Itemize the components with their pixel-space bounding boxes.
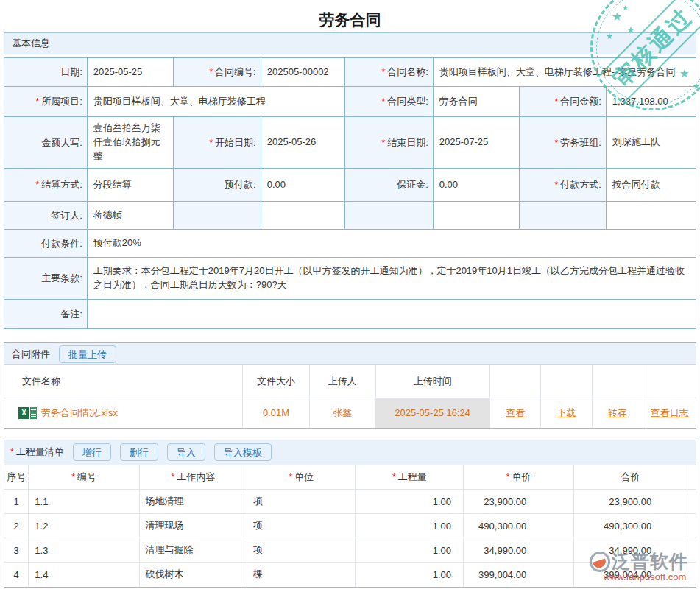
scrollbar-track[interactable] — [687, 538, 696, 563]
end-date-label: *结束日期: — [345, 117, 433, 169]
unit-cell: 棵 — [247, 563, 356, 587]
payment-method-value: 按合同付款 — [606, 169, 696, 202]
total-price-cell: 399,004.00 — [574, 563, 687, 587]
deposit-label: 保证金: — [345, 169, 433, 202]
main-clauses-label: 主要条款: — [4, 258, 88, 300]
required-star: * — [381, 96, 385, 107]
payment-method-label: *付款方式: — [520, 169, 607, 202]
contract-type-value: 劳务合同 — [433, 87, 520, 117]
import-button[interactable]: 导入 — [167, 443, 205, 461]
start-date-label: *开始日期: — [174, 117, 261, 169]
contract-amount-value: 1,337,198.00 — [606, 87, 696, 117]
code-cell: 1.1 — [29, 490, 139, 514]
boq-row: 3 1.3 清理与掘除 项 1.00 34,990.00 34,990.00 — [4, 538, 696, 563]
boq-table: 序号 *编号 *工作内容 *单位 *工程量 *单价 合价 1 1.1 场地清理 … — [4, 465, 696, 587]
signer-label: 签订人: — [4, 202, 88, 230]
batch-upload-button[interactable]: 批量上传 — [59, 345, 116, 363]
settlement-method-value: 分段结算 — [87, 169, 174, 202]
date-label: 日期: — [4, 58, 88, 87]
col-header-code: *编号 — [29, 465, 139, 490]
code-cell: 1.3 — [29, 538, 139, 563]
view-log-link[interactable]: 查看日志 — [644, 406, 695, 420]
attachment-row: X 劳务合同情况.xlsx 0.01M 张鑫 2025-05-25 16:24 … — [4, 398, 696, 428]
file-name-link[interactable]: 劳务合同情况.xlsx — [41, 406, 118, 420]
save-as-link[interactable]: 转存 — [593, 406, 642, 420]
scrollbar-track[interactable] — [687, 490, 696, 514]
add-row-button[interactable]: 增行 — [73, 443, 111, 461]
amount-words-label: 金额大写: — [4, 117, 88, 169]
remarks-value — [87, 300, 696, 329]
required-star: * — [554, 180, 558, 190]
delete-row-button[interactable]: 删行 — [120, 443, 158, 461]
work-content-cell: 清理与掘除 — [139, 538, 247, 563]
boq-row: 1 1.1 场地清理 项 1.00 23,900.00 23,900.00 — [4, 490, 696, 514]
col-header-uploader: 上传人 — [309, 365, 375, 398]
required-star: * — [209, 67, 213, 77]
contract-type-label: *合同类型: — [345, 87, 433, 117]
signer-value: 蒋德帧 — [87, 202, 174, 230]
attachments-section: 合同附件 批量上传 文件名称 文件大小 上传人 上传时间 X — [4, 342, 696, 429]
contract-amount-label: *合同金额: — [520, 87, 607, 117]
advance-payment-value: 0.00 — [261, 169, 345, 202]
work-content-cell: 清理现场 — [139, 514, 247, 538]
scrollbar-track[interactable] — [687, 514, 696, 538]
required-star: * — [36, 180, 40, 190]
amount-words-value: 壹佰叁拾叁万柒仟壹佰玖拾捌元整 — [87, 117, 174, 169]
file-uploader: 张鑫 — [309, 398, 375, 428]
view-link[interactable]: 查看 — [491, 406, 540, 420]
remarks-label: 备注: — [4, 300, 88, 329]
required-star: * — [10, 447, 14, 457]
boq-section-title: *工程量清单 — [10, 443, 64, 461]
col-header-work-content: *工作内容 — [139, 465, 247, 490]
col-header-upload-time: 上传时间 — [375, 365, 489, 398]
col-header-unit-price: *单价 — [463, 465, 573, 490]
attachments-section-header: 合同附件 批量上传 — [4, 343, 696, 365]
required-star: * — [554, 96, 558, 107]
file-upload-time: 2025-05-25 16:24 — [375, 398, 489, 428]
quantity-cell: 1.00 — [356, 490, 463, 514]
total-price-cell: 23,900.00 — [574, 490, 687, 514]
basic-info-section-title: 基本信息 — [12, 38, 50, 49]
unit-cell: 项 — [247, 490, 356, 514]
project-label: *所属项目: — [4, 87, 88, 117]
seq-cell: 1 — [4, 490, 29, 514]
advance-payment-label: 预付款: — [174, 169, 261, 202]
empty-label-cell — [174, 202, 261, 230]
boq-section: *工程量清单 增行 删行 导入 导入模板 序号 *编号 *工作内容 *单位 *工… — [4, 440, 696, 588]
contract-no-value: 202505-00002 — [261, 58, 345, 87]
attachments-table: 文件名称 文件大小 上传人 上传时间 X 劳务合同情况.xlsx 0.01M 张… — [4, 365, 696, 428]
unit-price-cell: 490,300.00 — [463, 514, 573, 538]
code-cell: 1.2 — [29, 514, 139, 538]
required-star: * — [381, 138, 385, 148]
col-header-scrollbar — [687, 465, 696, 490]
total-price-cell: 490,300.00 — [574, 514, 687, 538]
quantity-cell: 1.00 — [356, 563, 463, 587]
unit-price-cell: 399,004.00 — [463, 563, 573, 587]
excel-file-icon: X — [18, 407, 37, 419]
unit-cell: 项 — [247, 514, 356, 538]
basic-info-table: 日期: 2025-05-25 *合同编号: 202505-00002 *合同名称… — [4, 57, 696, 329]
empty-label-cell — [520, 202, 607, 230]
download-link[interactable]: 下载 — [542, 406, 590, 420]
main-clauses-value: 工期要求：本分包工程定于2019年7月20日开工（以甲方签发的开工通知为准），定… — [87, 258, 696, 300]
payment-terms-label: 付款条件: — [4, 230, 88, 258]
required-star: * — [381, 67, 385, 77]
basic-info-section-header: 基本信息 — [4, 32, 696, 54]
labor-team-value: 刘琛施工队 — [606, 117, 696, 169]
quantity-cell: 1.00 — [356, 538, 463, 563]
attachments-section-title: 合同附件 — [12, 344, 50, 364]
empty-value-cell — [261, 202, 345, 230]
col-header-total-price: 合价 — [574, 465, 687, 490]
file-size: 0.01M — [243, 398, 309, 428]
page-title: 劳务合同 — [0, 0, 700, 32]
col-header-seq: 序号 — [4, 465, 29, 490]
scrollbar-track[interactable] — [687, 563, 696, 587]
col-header-empty — [489, 365, 540, 398]
work-content-cell: 场地清理 — [139, 490, 247, 514]
seq-cell: 3 — [4, 538, 29, 563]
end-date-value: 2025-07-25 — [433, 117, 520, 169]
import-template-button[interactable]: 导入模板 — [214, 443, 272, 461]
required-star: * — [209, 138, 213, 148]
col-header-empty — [592, 365, 643, 398]
col-header-empty — [643, 365, 696, 398]
